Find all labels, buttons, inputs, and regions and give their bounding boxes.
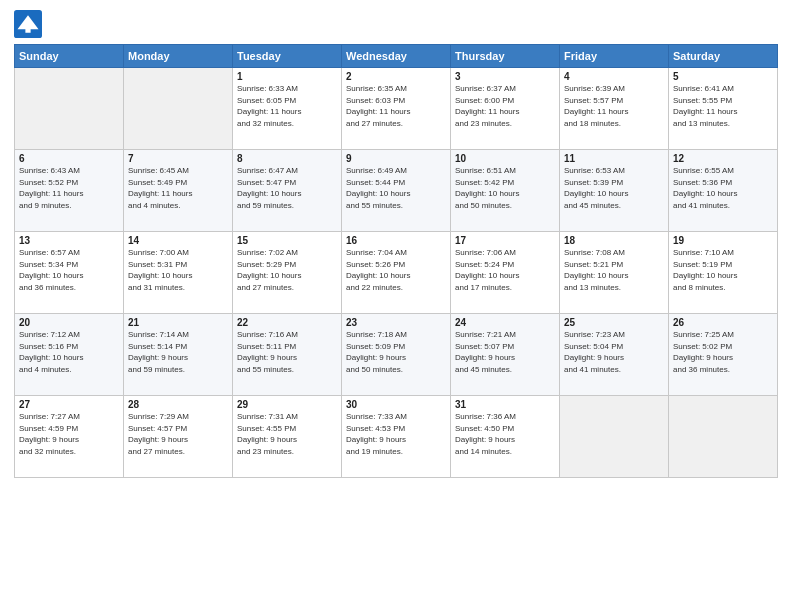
- day-cell: 3Sunrise: 6:37 AM Sunset: 6:00 PM Daylig…: [451, 68, 560, 150]
- day-cell: 20Sunrise: 7:12 AM Sunset: 5:16 PM Dayli…: [15, 314, 124, 396]
- day-cell: 16Sunrise: 7:04 AM Sunset: 5:26 PM Dayli…: [342, 232, 451, 314]
- day-detail: Sunrise: 7:04 AM Sunset: 5:26 PM Dayligh…: [346, 247, 446, 293]
- logo: [14, 10, 46, 38]
- day-detail: Sunrise: 7:14 AM Sunset: 5:14 PM Dayligh…: [128, 329, 228, 375]
- weekday-header-sunday: Sunday: [15, 45, 124, 68]
- day-number: 28: [128, 399, 228, 410]
- day-cell: [15, 68, 124, 150]
- weekday-header-wednesday: Wednesday: [342, 45, 451, 68]
- day-cell: 14Sunrise: 7:00 AM Sunset: 5:31 PM Dayli…: [124, 232, 233, 314]
- day-cell: 7Sunrise: 6:45 AM Sunset: 5:49 PM Daylig…: [124, 150, 233, 232]
- day-number: 9: [346, 153, 446, 164]
- day-cell: 5Sunrise: 6:41 AM Sunset: 5:55 PM Daylig…: [669, 68, 778, 150]
- day-number: 31: [455, 399, 555, 410]
- day-number: 20: [19, 317, 119, 328]
- day-detail: Sunrise: 7:00 AM Sunset: 5:31 PM Dayligh…: [128, 247, 228, 293]
- day-number: 22: [237, 317, 337, 328]
- day-detail: Sunrise: 6:39 AM Sunset: 5:57 PM Dayligh…: [564, 83, 664, 129]
- day-number: 19: [673, 235, 773, 246]
- day-detail: Sunrise: 7:21 AM Sunset: 5:07 PM Dayligh…: [455, 329, 555, 375]
- day-cell: 13Sunrise: 6:57 AM Sunset: 5:34 PM Dayli…: [15, 232, 124, 314]
- weekday-header-thursday: Thursday: [451, 45, 560, 68]
- day-number: 7: [128, 153, 228, 164]
- day-number: 21: [128, 317, 228, 328]
- week-row-2: 6Sunrise: 6:43 AM Sunset: 5:52 PM Daylig…: [15, 150, 778, 232]
- day-detail: Sunrise: 6:33 AM Sunset: 6:05 PM Dayligh…: [237, 83, 337, 129]
- day-number: 10: [455, 153, 555, 164]
- day-number: 18: [564, 235, 664, 246]
- day-cell: 2Sunrise: 6:35 AM Sunset: 6:03 PM Daylig…: [342, 68, 451, 150]
- day-detail: Sunrise: 6:37 AM Sunset: 6:00 PM Dayligh…: [455, 83, 555, 129]
- day-cell: 28Sunrise: 7:29 AM Sunset: 4:57 PM Dayli…: [124, 396, 233, 478]
- day-number: 16: [346, 235, 446, 246]
- day-cell: 30Sunrise: 7:33 AM Sunset: 4:53 PM Dayli…: [342, 396, 451, 478]
- day-number: 24: [455, 317, 555, 328]
- day-number: 27: [19, 399, 119, 410]
- logo-icon: [14, 10, 42, 38]
- day-number: 17: [455, 235, 555, 246]
- day-cell: 11Sunrise: 6:53 AM Sunset: 5:39 PM Dayli…: [560, 150, 669, 232]
- day-number: 3: [455, 71, 555, 82]
- day-number: 11: [564, 153, 664, 164]
- weekday-header-friday: Friday: [560, 45, 669, 68]
- day-detail: Sunrise: 7:16 AM Sunset: 5:11 PM Dayligh…: [237, 329, 337, 375]
- day-detail: Sunrise: 6:57 AM Sunset: 5:34 PM Dayligh…: [19, 247, 119, 293]
- day-detail: Sunrise: 7:10 AM Sunset: 5:19 PM Dayligh…: [673, 247, 773, 293]
- day-number: 2: [346, 71, 446, 82]
- day-detail: Sunrise: 7:18 AM Sunset: 5:09 PM Dayligh…: [346, 329, 446, 375]
- day-detail: Sunrise: 6:35 AM Sunset: 6:03 PM Dayligh…: [346, 83, 446, 129]
- day-cell: 25Sunrise: 7:23 AM Sunset: 5:04 PM Dayli…: [560, 314, 669, 396]
- day-cell: 9Sunrise: 6:49 AM Sunset: 5:44 PM Daylig…: [342, 150, 451, 232]
- day-detail: Sunrise: 7:02 AM Sunset: 5:29 PM Dayligh…: [237, 247, 337, 293]
- day-number: 5: [673, 71, 773, 82]
- weekday-header-tuesday: Tuesday: [233, 45, 342, 68]
- day-detail: Sunrise: 6:53 AM Sunset: 5:39 PM Dayligh…: [564, 165, 664, 211]
- day-number: 26: [673, 317, 773, 328]
- day-number: 6: [19, 153, 119, 164]
- day-cell: 22Sunrise: 7:16 AM Sunset: 5:11 PM Dayli…: [233, 314, 342, 396]
- weekday-header-monday: Monday: [124, 45, 233, 68]
- day-detail: Sunrise: 6:43 AM Sunset: 5:52 PM Dayligh…: [19, 165, 119, 211]
- day-number: 29: [237, 399, 337, 410]
- day-cell: 27Sunrise: 7:27 AM Sunset: 4:59 PM Dayli…: [15, 396, 124, 478]
- day-cell: 17Sunrise: 7:06 AM Sunset: 5:24 PM Dayli…: [451, 232, 560, 314]
- day-detail: Sunrise: 7:33 AM Sunset: 4:53 PM Dayligh…: [346, 411, 446, 457]
- day-cell: 19Sunrise: 7:10 AM Sunset: 5:19 PM Dayli…: [669, 232, 778, 314]
- calendar-page: SundayMondayTuesdayWednesdayThursdayFrid…: [0, 0, 792, 612]
- day-number: 25: [564, 317, 664, 328]
- calendar-table: SundayMondayTuesdayWednesdayThursdayFrid…: [14, 44, 778, 478]
- day-cell: 24Sunrise: 7:21 AM Sunset: 5:07 PM Dayli…: [451, 314, 560, 396]
- day-cell: [560, 396, 669, 478]
- day-number: 13: [19, 235, 119, 246]
- day-cell: 6Sunrise: 6:43 AM Sunset: 5:52 PM Daylig…: [15, 150, 124, 232]
- day-detail: Sunrise: 6:55 AM Sunset: 5:36 PM Dayligh…: [673, 165, 773, 211]
- header-row: SundayMondayTuesdayWednesdayThursdayFrid…: [15, 45, 778, 68]
- day-cell: 4Sunrise: 6:39 AM Sunset: 5:57 PM Daylig…: [560, 68, 669, 150]
- day-detail: Sunrise: 6:45 AM Sunset: 5:49 PM Dayligh…: [128, 165, 228, 211]
- day-cell: 23Sunrise: 7:18 AM Sunset: 5:09 PM Dayli…: [342, 314, 451, 396]
- day-cell: 21Sunrise: 7:14 AM Sunset: 5:14 PM Dayli…: [124, 314, 233, 396]
- day-cell: 10Sunrise: 6:51 AM Sunset: 5:42 PM Dayli…: [451, 150, 560, 232]
- day-detail: Sunrise: 6:49 AM Sunset: 5:44 PM Dayligh…: [346, 165, 446, 211]
- day-detail: Sunrise: 6:41 AM Sunset: 5:55 PM Dayligh…: [673, 83, 773, 129]
- day-detail: Sunrise: 7:25 AM Sunset: 5:02 PM Dayligh…: [673, 329, 773, 375]
- day-detail: Sunrise: 6:47 AM Sunset: 5:47 PM Dayligh…: [237, 165, 337, 211]
- day-number: 15: [237, 235, 337, 246]
- day-cell: [669, 396, 778, 478]
- week-row-5: 27Sunrise: 7:27 AM Sunset: 4:59 PM Dayli…: [15, 396, 778, 478]
- day-detail: Sunrise: 7:08 AM Sunset: 5:21 PM Dayligh…: [564, 247, 664, 293]
- day-number: 14: [128, 235, 228, 246]
- day-cell: 8Sunrise: 6:47 AM Sunset: 5:47 PM Daylig…: [233, 150, 342, 232]
- day-cell: 31Sunrise: 7:36 AM Sunset: 4:50 PM Dayli…: [451, 396, 560, 478]
- day-number: 12: [673, 153, 773, 164]
- day-detail: Sunrise: 7:29 AM Sunset: 4:57 PM Dayligh…: [128, 411, 228, 457]
- day-detail: Sunrise: 7:31 AM Sunset: 4:55 PM Dayligh…: [237, 411, 337, 457]
- week-row-3: 13Sunrise: 6:57 AM Sunset: 5:34 PM Dayli…: [15, 232, 778, 314]
- day-detail: Sunrise: 7:06 AM Sunset: 5:24 PM Dayligh…: [455, 247, 555, 293]
- day-cell: 15Sunrise: 7:02 AM Sunset: 5:29 PM Dayli…: [233, 232, 342, 314]
- day-number: 1: [237, 71, 337, 82]
- day-cell: 12Sunrise: 6:55 AM Sunset: 5:36 PM Dayli…: [669, 150, 778, 232]
- day-detail: Sunrise: 7:36 AM Sunset: 4:50 PM Dayligh…: [455, 411, 555, 457]
- day-number: 23: [346, 317, 446, 328]
- day-number: 4: [564, 71, 664, 82]
